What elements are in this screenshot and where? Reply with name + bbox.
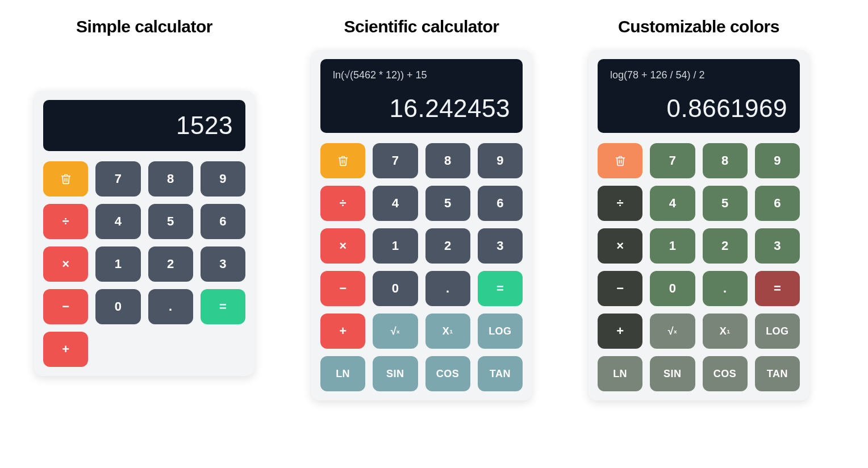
num0-button[interactable]: 0 [373,271,418,306]
divide-button[interactable]: ÷ [598,186,642,221]
custom-keys: 7 8 9 ÷ 4 5 6 × 1 2 3 − 0 . = + √x X1 LO… [598,143,800,391]
ln-button[interactable]: LN [320,356,365,391]
num9-button[interactable]: 9 [755,143,800,178]
custom-calc: log(78 + 126 / 54) / 2 0.8661969 7 8 9 ÷… [589,50,809,400]
num2-button[interactable]: 2 [703,228,748,264]
num3-button[interactable]: 3 [478,228,523,264]
simple-result: 1523 [176,111,233,140]
plus-button[interactable]: + [43,332,88,367]
minus-button[interactable]: − [43,289,88,324]
num6-button[interactable]: 6 [755,186,800,221]
simple-title: Simple calculator [76,17,212,36]
scientific-calc-column: Scientific calculator ln(√(5462 * 12)) +… [311,17,532,400]
num3-button[interactable]: 3 [755,228,800,264]
divide-button[interactable]: ÷ [320,186,365,221]
num0-button[interactable]: 0 [95,289,140,324]
num1-button[interactable]: 1 [373,228,418,264]
plus-button[interactable]: + [320,314,365,349]
sqrt-button[interactable]: √x [650,314,695,349]
cos-button[interactable]: COS [425,356,470,391]
trash-icon [337,154,349,167]
num8-button[interactable]: 8 [425,143,470,178]
custom-result: 0.8661969 [667,94,788,123]
scientific-display: ln(√(5462 * 12)) + 15 16.242453 [320,59,523,133]
simple-calc-column: Simple calculator 1523 7 8 9 ÷ 4 5 6 × [34,17,254,376]
trash-icon [615,154,626,167]
equals-button[interactable]: = [755,271,800,306]
log-button[interactable]: LOG [755,314,800,349]
num3-button[interactable]: 3 [201,246,245,282]
log-button[interactable]: LOG [478,314,523,349]
sqrt-button[interactable]: √x [373,314,418,349]
plus-button[interactable]: + [598,314,642,349]
num1-button[interactable]: 1 [650,228,695,264]
num6-button[interactable]: 6 [201,204,245,239]
num4-button[interactable]: 4 [373,186,418,221]
scientific-result: 16.242453 [390,94,511,123]
num4-button[interactable]: 4 [95,204,140,239]
scientific-expression: ln(√(5462 * 12)) + 15 [333,69,427,81]
num5-button[interactable]: 5 [425,186,470,221]
clear-button[interactable] [43,161,88,197]
trash-icon [60,173,72,185]
custom-calc-column: Customizable colors log(78 + 126 / 54) /… [589,17,809,400]
num9-button[interactable]: 9 [201,161,245,197]
num9-button[interactable]: 9 [478,143,523,178]
equals-button[interactable]: = [201,289,245,324]
divide-button[interactable]: ÷ [43,204,88,239]
multiply-button[interactable]: × [320,228,365,264]
minus-button[interactable]: − [598,271,642,306]
scientific-title: Scientific calculator [344,17,499,36]
num8-button[interactable]: 8 [148,161,193,197]
equals-button[interactable]: = [478,271,523,306]
num8-button[interactable]: 8 [703,143,748,178]
num5-button[interactable]: 5 [703,186,748,221]
tan-button[interactable]: TAN [755,356,800,391]
dot-button[interactable]: . [148,289,193,324]
num6-button[interactable]: 6 [478,186,523,221]
custom-expression: log(78 + 126 / 54) / 2 [610,69,705,81]
num0-button[interactable]: 0 [650,271,695,306]
num1-button[interactable]: 1 [95,246,140,282]
clear-button[interactable] [598,143,642,178]
scientific-calc: ln(√(5462 * 12)) + 15 16.242453 7 8 9 ÷ … [311,50,532,400]
num7-button[interactable]: 7 [95,161,140,197]
sin-button[interactable]: SIN [373,356,418,391]
custom-title: Customizable colors [618,17,779,36]
calculators-row: Simple calculator 1523 7 8 9 ÷ 4 5 6 × [34,17,834,400]
num2-button[interactable]: 2 [148,246,193,282]
dot-button[interactable]: . [425,271,470,306]
ln-button[interactable]: LN [598,356,642,391]
sin-button[interactable]: SIN [650,356,695,391]
pow-button[interactable]: X1 [703,314,748,349]
num7-button[interactable]: 7 [650,143,695,178]
num5-button[interactable]: 5 [148,204,193,239]
multiply-button[interactable]: × [43,246,88,282]
scientific-keys: 7 8 9 ÷ 4 5 6 × 1 2 3 − 0 . = + √x X1 LO… [320,143,523,391]
simple-calc: 1523 7 8 9 ÷ 4 5 6 × 1 2 3 − [34,91,254,376]
multiply-button[interactable]: × [598,228,642,264]
dot-button[interactable]: . [703,271,748,306]
clear-button[interactable] [320,143,365,178]
minus-button[interactable]: − [320,271,365,306]
num7-button[interactable]: 7 [373,143,418,178]
num4-button[interactable]: 4 [650,186,695,221]
simple-keys: 7 8 9 ÷ 4 5 6 × 1 2 3 − 0 . = + [43,161,245,367]
cos-button[interactable]: COS [703,356,748,391]
pow-button[interactable]: X1 [425,314,470,349]
custom-display: log(78 + 126 / 54) / 2 0.8661969 [598,59,800,133]
num2-button[interactable]: 2 [425,228,470,264]
simple-display: 1523 [43,100,245,151]
tan-button[interactable]: TAN [478,356,523,391]
